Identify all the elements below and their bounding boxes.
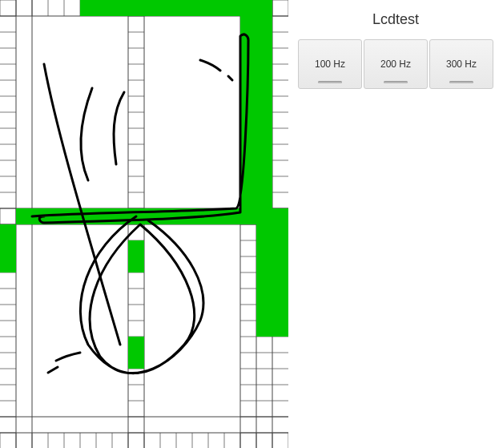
svg-rect-225 (256, 224, 272, 240)
svg-rect-193 (160, 0, 176, 16)
svg-rect-187 (0, 256, 16, 272)
svg-rect-206 (240, 128, 256, 144)
svg-rect-238 (272, 305, 288, 321)
svg-rect-212 (256, 16, 272, 32)
svg-rect-229 (256, 289, 272, 305)
svg-rect-235 (272, 256, 288, 272)
app-container: Lcdtest 100 Hz 200 Hz 300 Hz (0, 0, 503, 448)
svg-rect-233 (272, 224, 288, 240)
svg-rect-210 (240, 192, 256, 208)
svg-rect-211 (256, 0, 272, 16)
svg-rect-198 (240, 0, 256, 16)
svg-rect-222 (256, 176, 272, 192)
svg-rect-240 (16, 208, 32, 224)
svg-rect-194 (176, 0, 192, 16)
svg-rect-255 (256, 208, 272, 224)
control-panel: Lcdtest 100 Hz 200 Hz 300 Hz (288, 0, 503, 448)
svg-rect-218 (256, 112, 272, 128)
svg-rect-223 (256, 192, 272, 208)
svg-rect-253 (224, 208, 240, 224)
svg-rect-216 (256, 80, 272, 96)
svg-rect-219 (256, 128, 272, 144)
svg-rect-195 (192, 0, 208, 16)
svg-rect-213 (256, 32, 272, 48)
svg-rect-188 (80, 0, 96, 16)
svg-rect-259 (128, 353, 144, 369)
app-title: Lcdtest (372, 11, 419, 28)
svg-rect-226 (256, 240, 272, 256)
svg-rect-234 (272, 240, 288, 256)
hz-100-button[interactable]: 100 Hz (298, 39, 362, 89)
hz-300-button[interactable]: 300 Hz (429, 39, 493, 89)
svg-rect-254 (240, 208, 256, 224)
touch-test-panel[interactable] (0, 0, 288, 448)
svg-rect-214 (256, 48, 272, 64)
svg-rect-185 (0, 224, 16, 240)
svg-rect-186 (0, 240, 16, 256)
svg-rect-227 (256, 256, 272, 272)
svg-rect-221 (256, 160, 272, 176)
svg-rect-236 (272, 272, 288, 289)
svg-rect-257 (128, 256, 144, 272)
svg-rect-207 (240, 144, 256, 160)
svg-rect-190 (112, 0, 128, 16)
svg-rect-237 (272, 289, 288, 305)
svg-rect-189 (96, 0, 112, 16)
svg-rect-258 (128, 337, 144, 353)
svg-rect-239 (272, 321, 288, 337)
svg-rect-230 (256, 305, 272, 321)
frequency-buttons: 100 Hz 200 Hz 300 Hz (298, 39, 493, 89)
svg-rect-217 (256, 96, 272, 112)
svg-rect-196 (208, 0, 224, 16)
svg-rect-199 (240, 16, 256, 32)
touch-test-canvas[interactable] (0, 0, 288, 448)
svg-rect-197 (224, 0, 240, 16)
svg-rect-231 (256, 321, 272, 337)
svg-rect-215 (256, 64, 272, 80)
svg-rect-228 (256, 272, 272, 289)
svg-rect-256 (128, 240, 144, 256)
svg-rect-246 (112, 208, 128, 224)
hz-200-button[interactable]: 200 Hz (364, 39, 428, 89)
svg-rect-232 (272, 208, 288, 224)
svg-rect-192 (144, 0, 160, 16)
svg-rect-191 (128, 0, 144, 16)
svg-rect-220 (256, 144, 272, 160)
svg-rect-205 (240, 112, 256, 128)
